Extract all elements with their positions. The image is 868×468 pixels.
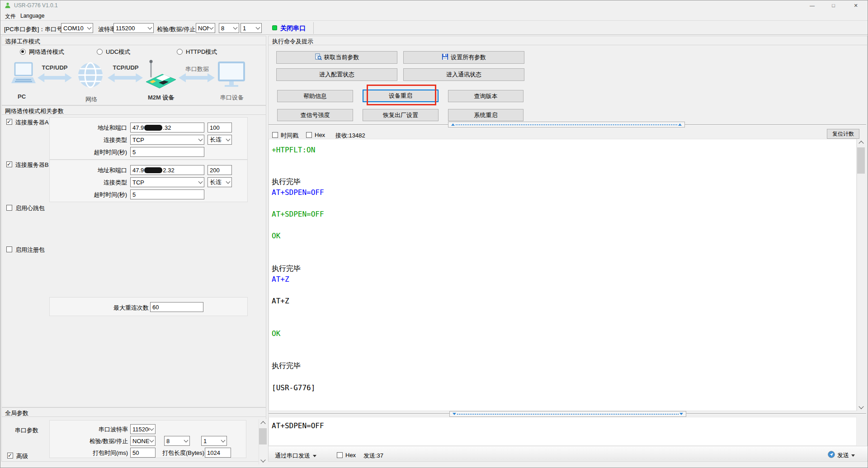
menu-language[interactable]: Language (20, 13, 44, 19)
pack-time-input[interactable]: 50 (130, 448, 156, 458)
diagram-link1-label: TCP/UDP (39, 64, 70, 71)
server-a-checkbox[interactable] (6, 119, 12, 125)
server-a-timeout-label: 超时时间(秒) (67, 148, 127, 156)
close-serial-button[interactable]: 关闭串口 (270, 23, 311, 33)
set-params-button[interactable]: 设置所有参数 (403, 51, 524, 64)
device-restart-button[interactable]: 设备重启 (363, 90, 439, 102)
heartbeat-checkbox[interactable] (6, 205, 12, 211)
pack-time-value: 50 (132, 449, 139, 456)
left-scrollbar[interactable] (259, 419, 266, 464)
server-a-conn-select[interactable]: 长连 (208, 135, 232, 145)
log-line: 执行完毕 (272, 264, 301, 274)
global-parity-select[interactable]: NONE (130, 436, 156, 446)
log-line: AT+Z (272, 297, 289, 305)
scroll-up-icon[interactable] (259, 419, 267, 427)
baud-select[interactable]: 115200 (113, 23, 154, 33)
diagram-serial-device-label: 串口设备 (220, 94, 244, 102)
pack-len-value: 1024 (207, 449, 220, 456)
server-b-port-input[interactable]: 200 (208, 165, 232, 175)
serial-device-monitor-icon (217, 61, 245, 91)
close-button[interactable]: ✕ (844, 0, 868, 10)
receive-scrollbar-thumb[interactable] (857, 147, 865, 174)
factory-reset-button[interactable]: 恢复出厂设置 (363, 109, 439, 121)
server-a-address-input[interactable]: 47.9.32 (130, 123, 204, 132)
scroll-down-icon[interactable] (259, 457, 267, 464)
global-databits-select[interactable]: 8 (164, 436, 190, 446)
enter-comm-button[interactable]: 进入通讯状态 (403, 68, 524, 81)
global-baud-select[interactable]: 115200 (130, 424, 156, 434)
server-b-type-value: TCP (132, 179, 198, 186)
send-via-serial-dropdown[interactable]: 通过串口发送 (275, 452, 316, 460)
chevron-down-icon (851, 454, 855, 457)
chevron-down-icon (87, 25, 92, 30)
server-b-timeout-input[interactable]: 5 (130, 189, 204, 199)
pack-len-input[interactable]: 1024 (205, 448, 231, 458)
log-line: AT+Z (272, 275, 289, 284)
server-a-type-select[interactable]: TCP (130, 135, 204, 145)
receive-scrollbar[interactable] (857, 139, 864, 411)
close-serial-label: 关闭串口 (280, 24, 306, 33)
splitter-dots (456, 124, 677, 125)
reconnect-input[interactable]: 60 (150, 302, 203, 312)
chevron-down-icon (226, 137, 231, 142)
window-title: USR-G776 V1.0.1 (14, 2, 58, 9)
stopbits-select[interactable]: 1 (241, 23, 262, 33)
scroll-down-icon[interactable] (857, 403, 865, 411)
menu-file[interactable]: 文件 (5, 13, 16, 20)
server-a-type-label: 连接类型 (73, 136, 127, 144)
log-line: OK (272, 232, 280, 240)
chevron-down-icon (256, 25, 260, 30)
query-signal-label: 查信号强度 (301, 111, 330, 119)
net-params-title-divider (2, 114, 266, 115)
send-input-area[interactable]: AT+SDPEN=OFF (269, 417, 857, 446)
reset-count-button[interactable]: 复位计数 (827, 129, 859, 139)
server-b-timeout-value: 5 (132, 191, 136, 198)
top-splitter-handle[interactable] (448, 122, 685, 128)
enter-config-button[interactable]: 进入配置状态 (276, 68, 397, 81)
radio-udc-mode[interactable] (97, 49, 103, 55)
serial-open-led-icon (272, 25, 277, 30)
received-log[interactable]: +HTPFLT:ON执行完毕AT+SDPEN=OFFAT+SDPEN=OFFOK… (269, 139, 857, 411)
collapse-down-icon (679, 413, 683, 415)
receive-hex-checkbox[interactable] (306, 132, 312, 138)
get-params-button[interactable]: 获取当前参数 (276, 51, 397, 64)
radio-httpd-mode-label: HTTPD模式 (186, 48, 217, 56)
scroll-up-icon[interactable] (857, 139, 865, 147)
maximize-button[interactable]: □ (823, 0, 844, 10)
floppy-disk-icon (442, 53, 448, 61)
global-stopbits-select[interactable]: 1 (201, 436, 227, 446)
query-signal-button[interactable]: 查信号强度 (277, 109, 353, 121)
server-b-type-select[interactable]: TCP (130, 177, 204, 187)
server-a-timeout-value: 5 (132, 149, 136, 156)
log-line: AT+SDPEN=OFF (272, 210, 324, 218)
chevron-down-icon (150, 426, 154, 431)
minimize-button[interactable]: — (802, 0, 823, 10)
server-b-checkbox[interactable] (6, 161, 12, 167)
query-version-button[interactable]: 查询版本 (448, 90, 524, 102)
send-button-label: 发送 (837, 451, 849, 459)
register-checkbox[interactable] (6, 246, 12, 252)
radio-net-passthrough[interactable] (20, 49, 26, 55)
pc-laptop-icon (11, 62, 36, 92)
advanced-checkbox[interactable] (7, 453, 13, 459)
send-button[interactable]: 发送 (828, 451, 855, 460)
network-globe-icon (77, 61, 104, 92)
global-params-title-divider (2, 416, 266, 417)
server-a-timeout-input[interactable]: 5 (130, 147, 204, 157)
com-port-select[interactable]: COM10 (61, 23, 93, 33)
radio-httpd-mode[interactable] (177, 49, 183, 55)
help-button[interactable]: 帮助信息 (277, 90, 353, 102)
query-version-label: 查询版本 (474, 92, 498, 100)
system-restart-button[interactable]: 系统重启 (448, 109, 524, 121)
maximize-icon: □ (832, 3, 835, 8)
databits-select[interactable]: 8 (219, 23, 239, 33)
parity-select[interactable]: NONI (196, 23, 215, 33)
bottom-splitter-handle[interactable] (449, 411, 686, 417)
left-scrollbar-thumb[interactable] (259, 428, 267, 444)
server-a-port-input[interactable]: 100 (208, 123, 232, 132)
server-b-address-input[interactable]: 47.92.32 (130, 165, 204, 175)
server-b-conn-select[interactable]: 长连 (208, 177, 232, 187)
send-hex-checkbox[interactable] (337, 452, 343, 458)
reconnect-label: 最大重连次数 (94, 304, 149, 312)
timestamp-checkbox[interactable] (272, 132, 278, 138)
